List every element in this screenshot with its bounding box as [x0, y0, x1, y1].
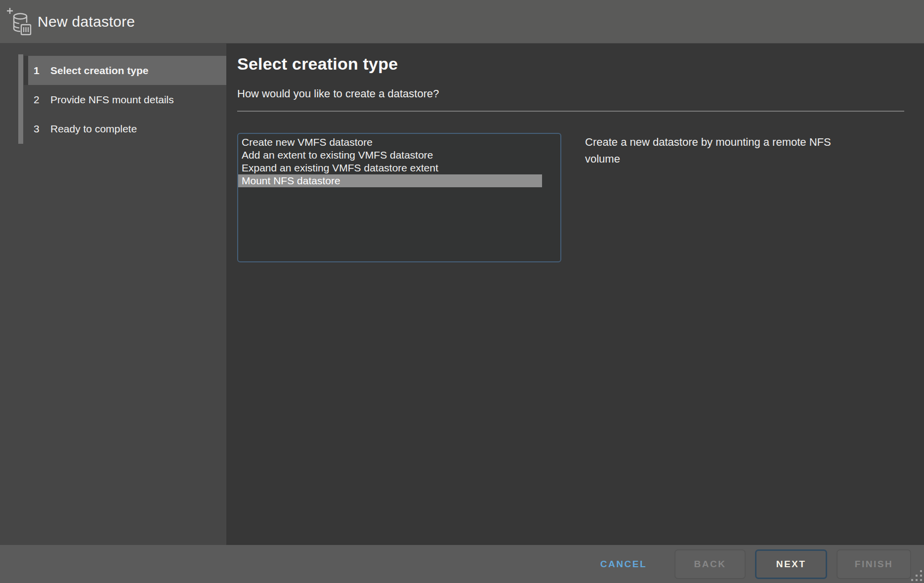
step-number: 2	[34, 94, 42, 106]
new-datastore-icon	[6, 7, 32, 37]
finish-button[interactable]: FINISH	[837, 549, 911, 579]
cancel-button[interactable]: CANCEL	[597, 549, 650, 579]
step-label: Ready to complete	[50, 123, 137, 135]
back-button[interactable]: BACK	[674, 549, 746, 579]
creation-question: How would you like to create a datastore…	[237, 87, 904, 100]
option-create-new-vmfs-datastore[interactable]: Create new VMFS datastore	[238, 136, 542, 149]
page-title: Select creation type	[237, 54, 904, 74]
wizard-steps-list: 1 Select creation type 2 Provide NFS mou…	[24, 56, 226, 143]
wizard-step-provide-nfs-mount-details[interactable]: 2 Provide NFS mount details	[24, 85, 226, 114]
wizard-progress-track	[18, 54, 23, 144]
option-description: Create a new datastore by mounting a rem…	[585, 133, 852, 262]
step-label: Provide NFS mount details	[50, 94, 174, 106]
section-divider	[237, 111, 904, 112]
dialog-titlebar: New datastore	[0, 0, 924, 43]
wizard-footer: CANCEL BACK NEXT FINISH	[0, 545, 924, 583]
wizard-steps-sidebar: 1 Select creation type 2 Provide NFS mou…	[0, 43, 226, 545]
wizard-main-content: Select creation type How would you like …	[226, 43, 924, 545]
step-number: 3	[34, 123, 42, 135]
next-button[interactable]: NEXT	[755, 549, 827, 579]
wizard-step-ready-to-complete[interactable]: 3 Ready to complete	[24, 114, 226, 143]
option-mount-nfs-datastore[interactable]: Mount NFS datastore	[238, 174, 542, 187]
dialog-body: 1 Select creation type 2 Provide NFS mou…	[0, 43, 924, 545]
option-add-extent-existing-vmfs[interactable]: Add an extent to existing VMFS datastore	[238, 149, 542, 162]
step-label: Select creation type	[50, 65, 148, 77]
wizard-step-select-creation-type[interactable]: 1 Select creation type	[24, 56, 226, 85]
step-number: 1	[34, 65, 42, 77]
dialog-title: New datastore	[38, 13, 135, 30]
selection-area: Create new VMFS datastore Add an extent …	[237, 133, 904, 262]
resize-grip[interactable]	[920, 579, 922, 581]
creation-type-listbox[interactable]: Create new VMFS datastore Add an extent …	[237, 133, 561, 262]
option-expand-existing-vmfs-extent[interactable]: Expand an existing VMFS datastore extent	[238, 162, 542, 174]
